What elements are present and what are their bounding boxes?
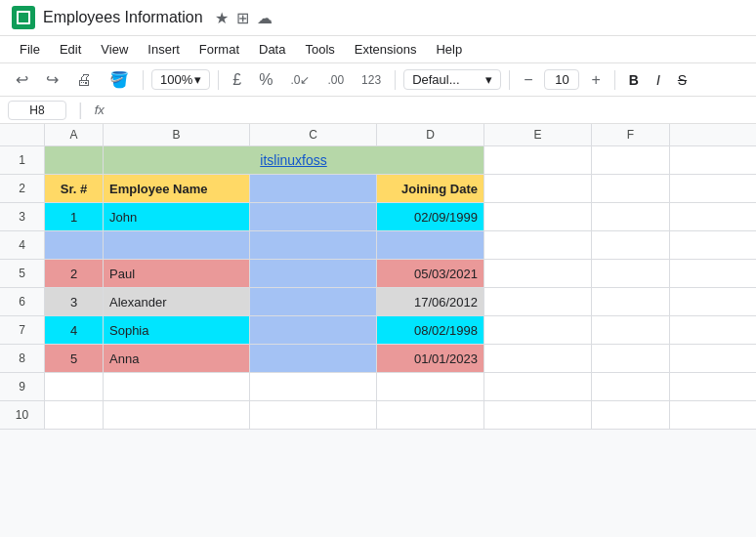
menu-file[interactable]: File	[12, 38, 48, 61]
cell-c3[interactable]	[250, 203, 377, 230]
cell-a5[interactable]: 2	[45, 260, 104, 287]
col-header-c[interactable]: C	[250, 124, 377, 145]
menu-tools[interactable]: Tools	[297, 38, 342, 61]
cell-b3[interactable]: John	[104, 203, 250, 230]
cell-a8[interactable]: 5	[45, 345, 104, 372]
menu-extensions[interactable]: Extensions	[347, 38, 425, 61]
col-header-f[interactable]: F	[592, 124, 670, 145]
col-header-e[interactable]: E	[484, 124, 592, 145]
cell-d5[interactable]: 05/03/2021	[377, 260, 484, 287]
row-number: 8	[0, 345, 45, 372]
cell-f6[interactable]	[592, 288, 670, 315]
cell-d3[interactable]: 02/09/1999	[377, 203, 484, 230]
cell-b6[interactable]: Alexander	[104, 288, 250, 315]
cell-a9[interactable]	[45, 373, 104, 400]
row-number: 10	[0, 401, 45, 429]
font-size-plus-button[interactable]: +	[585, 68, 606, 92]
col-header-a[interactable]: A	[45, 124, 104, 145]
cell-d9[interactable]	[377, 373, 484, 400]
cell-c9[interactable]	[250, 373, 377, 400]
cell-b7[interactable]: Sophia	[104, 316, 250, 344]
cell-e2[interactable]	[484, 175, 592, 202]
menu-edit[interactable]: Edit	[52, 38, 89, 61]
cell-b5[interactable]: Paul	[104, 260, 250, 287]
cell-f8[interactable]	[592, 345, 670, 372]
cell-c8[interactable]	[250, 345, 377, 372]
cell-f7[interactable]	[592, 316, 670, 344]
cell-a3[interactable]: 1	[45, 203, 104, 230]
cell-b10[interactable]	[104, 401, 250, 429]
cell-a4[interactable]	[45, 231, 104, 259]
cell-e10[interactable]	[484, 401, 592, 429]
star-icon[interactable]: ★	[215, 9, 229, 27]
menu-insert[interactable]: Insert	[140, 38, 188, 61]
cell-a10[interactable]	[45, 401, 104, 429]
cell-d10[interactable]	[377, 401, 484, 429]
cell-f9[interactable]	[592, 373, 670, 400]
cell-c7[interactable]	[250, 316, 377, 344]
cell-e4[interactable]	[484, 231, 592, 259]
cell-c5[interactable]	[250, 260, 377, 287]
italic-button[interactable]: I	[651, 70, 666, 90]
cell-f10[interactable]	[592, 401, 670, 429]
print-button[interactable]: 🖨	[70, 68, 98, 92]
cell-e7[interactable]	[484, 316, 592, 344]
col-header-d[interactable]: D	[377, 124, 484, 145]
currency-button[interactable]: £	[227, 68, 247, 92]
itslinuxfoss-link[interactable]: itslinuxfoss	[260, 152, 326, 168]
strikethrough-button[interactable]: S	[672, 70, 693, 90]
zoom-selector[interactable]: 100% ▾	[151, 69, 210, 90]
cell-b2[interactable]: Employee Name	[104, 175, 250, 202]
number-format-button[interactable]: 123	[356, 70, 387, 90]
cell-a1[interactable]	[45, 146, 104, 174]
cell-e6[interactable]	[484, 288, 592, 315]
cell-c2[interactable]	[250, 175, 377, 202]
font-selector[interactable]: Defaul... ▾	[403, 69, 501, 90]
font-size-minus-button[interactable]: −	[518, 68, 538, 92]
cell-e3[interactable]	[484, 203, 592, 230]
cell-d2[interactable]: Joining Date	[377, 175, 484, 202]
cell-d4[interactable]	[377, 231, 484, 259]
font-size-input[interactable]: 10	[544, 69, 579, 90]
cell-b1[interactable]: itslinuxfoss	[104, 146, 484, 174]
cell-e8[interactable]	[484, 345, 592, 372]
cell-e1[interactable]	[484, 146, 592, 174]
cell-d6[interactable]: 17/06/2012	[377, 288, 484, 315]
cell-b8[interactable]: Anna	[104, 345, 250, 372]
document-title[interactable]: Employees Information	[43, 9, 203, 26]
decimal-up-button[interactable]: .00	[321, 70, 350, 90]
cell-f2[interactable]	[592, 175, 670, 202]
cell-a2[interactable]: Sr. #	[45, 175, 104, 202]
menu-help[interactable]: Help	[428, 38, 470, 61]
cell-e9[interactable]	[484, 373, 592, 400]
cell-c6[interactable]	[250, 288, 377, 315]
cell-f1[interactable]	[592, 146, 670, 174]
percent-button[interactable]: %	[253, 68, 278, 92]
cell-f5[interactable]	[592, 260, 670, 287]
menu-data[interactable]: Data	[251, 38, 293, 61]
cell-f4[interactable]	[592, 231, 670, 259]
cell-reference[interactable]: H8	[8, 101, 66, 120]
cell-b9[interactable]	[104, 373, 250, 400]
cell-d8[interactable]: 01/01/2023	[377, 345, 484, 372]
cell-e5[interactable]	[484, 260, 592, 287]
row-number: 2	[0, 175, 45, 202]
cell-c10[interactable]	[250, 401, 377, 429]
drive-icon[interactable]: ⊞	[236, 9, 249, 27]
paint-format-button[interactable]: 🪣	[104, 67, 135, 92]
menu-format[interactable]: Format	[191, 38, 247, 61]
formula-input[interactable]	[112, 103, 748, 117]
decimal-down-button[interactable]: .0↙	[284, 70, 315, 90]
cell-b4[interactable]	[104, 231, 250, 259]
bold-button[interactable]: B	[623, 70, 645, 90]
undo-button[interactable]: ↩	[10, 67, 34, 92]
menu-view[interactable]: View	[93, 38, 136, 61]
cell-d7[interactable]: 08/02/1998	[377, 316, 484, 344]
cell-f3[interactable]	[592, 203, 670, 230]
cloud-icon[interactable]: ☁	[257, 9, 273, 27]
cell-c4[interactable]	[250, 231, 377, 259]
redo-button[interactable]: ↪	[40, 67, 64, 92]
col-header-b[interactable]: B	[104, 124, 250, 145]
cell-a6[interactable]: 3	[45, 288, 104, 315]
cell-a7[interactable]: 4	[45, 316, 104, 344]
